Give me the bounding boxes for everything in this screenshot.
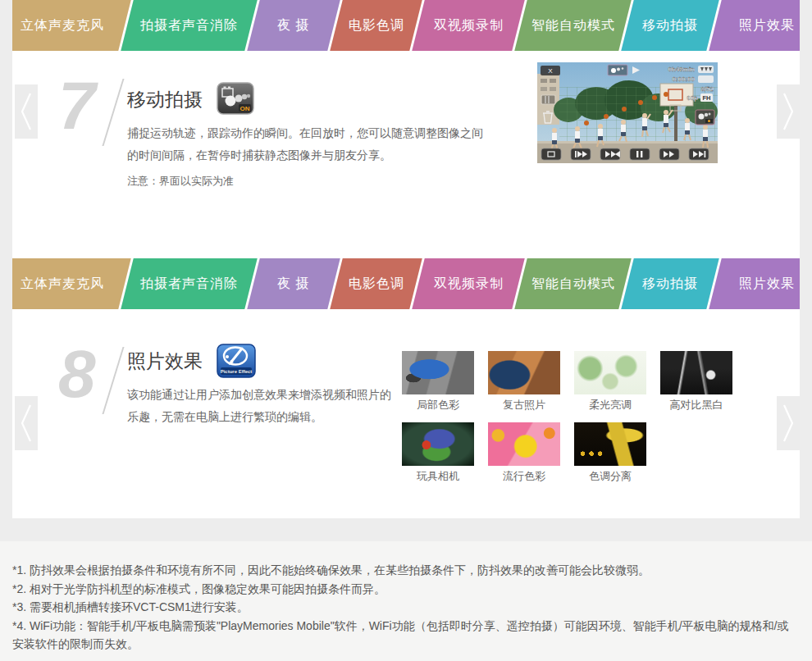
feature-tab-bar-top: 立体声麦克风 拍摄者声音消除 夜 摄 电影色调 双视频录制 智能自动模式 移动拍… xyxy=(12,0,800,51)
number-slash-divider xyxy=(102,79,124,146)
footnote-3: *3. 需要相机插槽转接环VCT-CSM1进行安装。 xyxy=(12,598,800,617)
tab-dual-video[interactable]: 双视频录制 xyxy=(412,258,524,309)
format-badge-fh: FH xyxy=(703,94,711,102)
effect-partial-color: 局部色彩 xyxy=(402,351,474,413)
carousel-next-button[interactable] xyxy=(777,396,800,450)
effect-thumb-partial-color xyxy=(402,351,474,394)
effect-retro-photo: 复古照片 xyxy=(488,351,560,413)
picture-effect-icon: Picture Effect xyxy=(217,344,256,381)
tab-label: 双视频录制 xyxy=(434,17,504,34)
chevron-right-icon xyxy=(779,400,797,446)
footnotes-section: *1. 防抖效果会根据拍摄条件和环境有所不同，因此不能始终确保效果，在某些拍摄条… xyxy=(0,541,812,661)
effect-high-contrast-mono: 高对比黑白 xyxy=(660,351,732,413)
number-slash-divider xyxy=(102,347,124,414)
effect-label: 局部色彩 xyxy=(402,398,474,413)
format-badge: 60p xyxy=(687,94,698,102)
tab-label: 夜 摄 xyxy=(277,276,309,293)
chevron-left-icon xyxy=(17,89,35,134)
tab-label: 拍摄者声音消除 xyxy=(140,17,238,34)
tab-label: 移动拍摄 xyxy=(642,276,698,293)
tab-picture-effect[interactable]: 照片效果 xyxy=(709,258,800,309)
tab-motion-shot[interactable]: 移动拍摄 xyxy=(621,0,718,51)
effect-soft-highkey: 柔光亮调 xyxy=(574,351,646,413)
tab-dual-video[interactable]: 双视频录制 xyxy=(412,0,524,51)
tab-label: 双视频录制 xyxy=(434,276,504,293)
rewind-button[interactable] xyxy=(600,148,620,160)
picture-effect-icon-label: Picture Effect xyxy=(221,369,253,374)
tab-motion-shot[interactable]: 移动拍摄 xyxy=(621,258,718,309)
on-badge: ON xyxy=(240,105,250,112)
tab-label: 照片效果 xyxy=(739,276,795,293)
forward-button[interactable] xyxy=(659,148,679,160)
section-title: 照片效果 xyxy=(127,349,203,374)
effect-thumb-toy-camera xyxy=(402,422,474,466)
remaining-time: 0h48min xyxy=(668,66,696,73)
section-number: 8 xyxy=(58,340,96,408)
effect-thumb-posterization xyxy=(574,422,646,466)
tab-cinema-tone[interactable]: 电影色调 xyxy=(330,0,422,51)
effect-thumb-pop-color xyxy=(488,422,560,466)
pause-button[interactable] xyxy=(630,148,650,160)
effect-pop-color: 流行色彩 xyxy=(488,422,560,484)
next-button[interactable] xyxy=(689,148,709,160)
tab-label: 电影色调 xyxy=(349,276,404,293)
chevron-left-icon xyxy=(17,400,35,446)
section-body-text: 捕捉运动轨迹，跟踪动作的瞬间。在回放时，您可以随意调整图像之间的时间间隔，在暂停… xyxy=(127,122,486,166)
footnote-1: *1. 防抖效果会根据拍摄条件和环境有所不同，因此不能始终确保效果，在某些拍摄条… xyxy=(12,561,800,580)
picture-effect-section: 立体声麦克风 拍摄者声音消除 夜 摄 电影色调 双视频录制 智能自动模式 移动拍… xyxy=(12,258,800,518)
section-body-text: 该功能通过让用户添加创意效果来增添视频和照片的乐趣，无需在电脑上进行繁琐的编辑。 xyxy=(127,384,398,428)
tab-night-shot[interactable]: 夜 摄 xyxy=(247,258,340,309)
effect-thumb-high-contrast-mono xyxy=(660,351,732,394)
effect-label: 柔光亮调 xyxy=(574,398,646,413)
effect-thumb-retro-photo xyxy=(488,351,560,394)
tab-intelligent-auto[interactable]: 智能自动模式 xyxy=(514,258,631,309)
tab-intelligent-auto[interactable]: 智能自动模式 xyxy=(514,0,631,51)
previous-button[interactable] xyxy=(571,148,591,160)
tab-stereo-mic[interactable]: 立体声麦克风 xyxy=(12,258,131,309)
effect-posterization: 色调分离 xyxy=(574,422,646,484)
tab-label: 立体声麦克风 xyxy=(21,17,104,34)
carousel-next-button[interactable] xyxy=(777,84,800,139)
effect-toy-camera: 玩具相机 xyxy=(402,422,474,484)
tab-label: 移动拍摄 xyxy=(642,17,698,34)
stop-button[interactable] xyxy=(541,148,561,160)
footnote-4: *4. WiFi功能：智能手机/平板电脑需预装"PlayMemories Mob… xyxy=(12,617,800,654)
effect-label: 高对比黑白 xyxy=(660,398,732,413)
tab-picture-effect[interactable]: 照片效果 xyxy=(709,0,800,51)
effect-label: 色调分离 xyxy=(574,469,646,484)
tab-stereo-mic[interactable]: 立体声麦克风 xyxy=(12,0,131,51)
section-note-text: 注意：界面以实际为准 xyxy=(127,174,234,189)
effect-thumb-soft-highkey xyxy=(574,351,646,394)
effect-label: 流行色彩 xyxy=(488,469,560,484)
media-icon xyxy=(698,75,714,83)
carousel-prev-button[interactable] xyxy=(15,84,38,139)
tab-label: 智能自动模式 xyxy=(531,17,615,34)
tab-voice-cancel[interactable]: 拍摄者声音消除 xyxy=(121,258,257,309)
tab-label: 夜 摄 xyxy=(277,17,309,34)
tab-night-shot[interactable]: 夜 摄 xyxy=(247,0,340,51)
effect-label: 复古照片 xyxy=(488,398,560,413)
carousel-prev-button[interactable] xyxy=(15,396,38,450)
timecode: 0:00:00 xyxy=(672,75,695,83)
feature-tab-bar-bottom: 立体声麦克风 拍摄者声音消除 夜 摄 电影色调 双视频录制 智能自动模式 移动拍… xyxy=(12,258,800,309)
effect-label: 玩具相机 xyxy=(402,469,474,484)
tab-label: 照片效果 xyxy=(739,17,795,34)
motion-shot-screenshot: X 0h48min 0:00:00 8/52 60p FH xyxy=(537,62,718,166)
motion-shot-section: 立体声麦克风 拍摄者声音消除 夜 摄 电影色调 双视频录制 智能自动模式 移动拍… xyxy=(12,0,800,258)
close-button-label: X xyxy=(548,67,553,75)
motion-shot-on-icon: ON xyxy=(217,82,254,118)
tab-label: 拍摄者声音消除 xyxy=(140,276,238,293)
effect-thumbnails-grid: 局部色彩 复古照片 柔光亮调 高对比黑白 玩具相机 流行色彩 色调分离 xyxy=(402,351,763,494)
section-number: 7 xyxy=(58,72,96,139)
section-title: 移动拍摄 xyxy=(127,87,203,112)
chevron-right-icon xyxy=(779,89,797,134)
tab-label: 电影色调 xyxy=(349,17,404,34)
tab-voice-cancel[interactable]: 拍摄者声音消除 xyxy=(121,0,257,51)
tab-cinema-tone[interactable]: 电影色调 xyxy=(330,258,422,309)
tab-label: 智能自动模式 xyxy=(531,276,615,293)
frame-counter: 8/52 xyxy=(700,85,714,93)
tab-label: 立体声麦克风 xyxy=(21,276,104,293)
footnote-2: *2. 相对于光学防抖机型的标准模式，图像稳定效果可能因拍摄条件而异。 xyxy=(12,580,800,599)
